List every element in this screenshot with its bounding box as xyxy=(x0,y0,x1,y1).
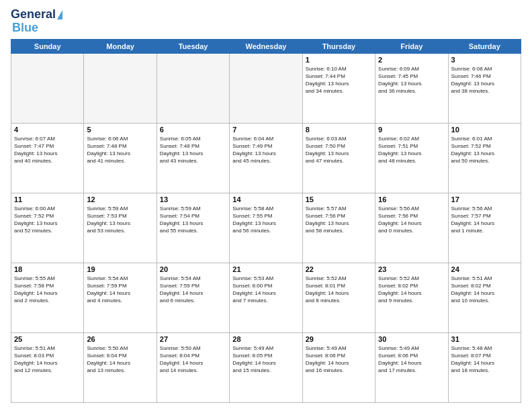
calendar-cell: 20Sunrise: 5:54 AM Sunset: 7:59 PM Dayli… xyxy=(157,263,229,332)
calendar-cell: 16Sunrise: 5:56 AM Sunset: 7:56 PM Dayli… xyxy=(375,193,448,263)
calendar-cell: 24Sunrise: 5:51 AM Sunset: 8:02 PM Dayli… xyxy=(448,263,521,332)
calendar-cell: 1Sunrise: 6:10 AM Sunset: 7:44 PM Daylig… xyxy=(302,53,375,123)
calendar-cell: 17Sunrise: 5:56 AM Sunset: 7:57 PM Dayli… xyxy=(448,193,521,263)
cell-info: Sunrise: 5:59 AM Sunset: 7:53 PM Dayligh… xyxy=(87,205,153,235)
day-number: 27 xyxy=(160,335,226,343)
day-number: 5 xyxy=(87,126,153,134)
calendar-cell: 3Sunrise: 6:08 AM Sunset: 7:46 PM Daylig… xyxy=(448,53,521,123)
day-number: 29 xyxy=(306,335,372,343)
day-number: 13 xyxy=(160,195,226,203)
cell-info: Sunrise: 5:49 AM Sunset: 8:06 PM Dayligh… xyxy=(378,345,445,375)
cell-info: Sunrise: 6:10 AM Sunset: 7:44 PM Dayligh… xyxy=(306,65,372,95)
day-header-monday: Monday xyxy=(84,39,157,53)
cell-info: Sunrise: 6:08 AM Sunset: 7:46 PM Dayligh… xyxy=(451,65,518,95)
calendar-header-row: SundayMondayTuesdayWednesdayThursdayFrid… xyxy=(11,39,521,53)
cell-info: Sunrise: 5:51 AM Sunset: 8:02 PM Dayligh… xyxy=(451,275,518,305)
day-number: 31 xyxy=(451,335,518,343)
day-number: 10 xyxy=(451,126,518,134)
cell-info: Sunrise: 6:02 AM Sunset: 7:51 PM Dayligh… xyxy=(378,135,445,165)
cell-info: Sunrise: 5:49 AM Sunset: 8:06 PM Dayligh… xyxy=(306,345,372,375)
calendar-cell: 21Sunrise: 5:53 AM Sunset: 8:00 PM Dayli… xyxy=(230,263,302,332)
day-number: 22 xyxy=(306,265,372,273)
cell-info: Sunrise: 5:53 AM Sunset: 8:00 PM Dayligh… xyxy=(232,275,299,305)
calendar-cell: 30Sunrise: 5:49 AM Sunset: 8:06 PM Dayli… xyxy=(375,332,448,402)
calendar-cell: 28Sunrise: 5:49 AM Sunset: 8:05 PM Dayli… xyxy=(230,332,302,402)
calendar-cell: 10Sunrise: 6:01 AM Sunset: 7:52 PM Dayli… xyxy=(448,123,521,193)
calendar-cell: 25Sunrise: 5:51 AM Sunset: 8:03 PM Dayli… xyxy=(11,332,84,402)
logo-text: General xyxy=(11,8,56,21)
header: General Blue xyxy=(11,8,521,35)
cell-info: Sunrise: 6:00 AM Sunset: 7:52 PM Dayligh… xyxy=(14,205,81,235)
calendar-cell xyxy=(84,53,157,123)
calendar-cell: 4Sunrise: 6:07 AM Sunset: 7:47 PM Daylig… xyxy=(11,123,84,193)
calendar-cell: 27Sunrise: 5:50 AM Sunset: 8:04 PM Dayli… xyxy=(157,332,229,402)
day-number: 21 xyxy=(232,265,299,273)
calendar-cell xyxy=(11,53,84,123)
day-number: 25 xyxy=(14,335,81,343)
cell-info: Sunrise: 5:50 AM Sunset: 8:04 PM Dayligh… xyxy=(160,345,226,375)
calendar-cell: 29Sunrise: 5:49 AM Sunset: 8:06 PM Dayli… xyxy=(302,332,375,402)
calendar-week-2: 4Sunrise: 6:07 AM Sunset: 7:47 PM Daylig… xyxy=(11,123,521,193)
logo-blue: Blue xyxy=(12,21,38,35)
logo: General Blue xyxy=(11,8,62,35)
calendar-cell: 2Sunrise: 6:09 AM Sunset: 7:45 PM Daylig… xyxy=(375,53,448,123)
day-number: 30 xyxy=(378,335,445,343)
calendar-week-4: 18Sunrise: 5:55 AM Sunset: 7:58 PM Dayli… xyxy=(11,263,521,332)
cell-info: Sunrise: 5:50 AM Sunset: 8:04 PM Dayligh… xyxy=(87,345,153,375)
day-header-sunday: Sunday xyxy=(11,39,84,53)
day-number: 18 xyxy=(14,265,81,273)
calendar-cell: 19Sunrise: 5:54 AM Sunset: 7:59 PM Dayli… xyxy=(84,263,157,332)
day-number: 3 xyxy=(451,56,518,64)
day-number: 15 xyxy=(306,195,372,203)
day-number: 7 xyxy=(232,126,299,134)
day-number: 19 xyxy=(87,265,153,273)
cell-info: Sunrise: 5:56 AM Sunset: 7:56 PM Dayligh… xyxy=(378,205,445,235)
cell-info: Sunrise: 5:59 AM Sunset: 7:54 PM Dayligh… xyxy=(160,205,226,235)
cell-info: Sunrise: 6:05 AM Sunset: 7:48 PM Dayligh… xyxy=(160,135,226,165)
day-number: 4 xyxy=(14,126,81,134)
day-number: 26 xyxy=(87,335,153,343)
day-number: 2 xyxy=(378,56,445,64)
day-number: 17 xyxy=(451,195,518,203)
cell-info: Sunrise: 5:55 AM Sunset: 7:58 PM Dayligh… xyxy=(14,275,81,305)
day-header-wednesday: Wednesday xyxy=(230,39,302,53)
day-header-saturday: Saturday xyxy=(448,39,521,53)
cell-info: Sunrise: 5:54 AM Sunset: 7:59 PM Dayligh… xyxy=(160,275,226,305)
cell-info: Sunrise: 5:48 AM Sunset: 8:07 PM Dayligh… xyxy=(451,345,518,375)
page: General Blue SundayMondayTuesdayWednesda… xyxy=(0,0,532,411)
calendar-cell: 9Sunrise: 6:02 AM Sunset: 7:51 PM Daylig… xyxy=(375,123,448,193)
day-number: 6 xyxy=(160,126,226,134)
calendar-cell: 22Sunrise: 5:52 AM Sunset: 8:01 PM Dayli… xyxy=(302,263,375,332)
cell-info: Sunrise: 5:49 AM Sunset: 8:05 PM Dayligh… xyxy=(232,345,299,375)
day-number: 28 xyxy=(232,335,299,343)
calendar-cell: 26Sunrise: 5:50 AM Sunset: 8:04 PM Dayli… xyxy=(84,332,157,402)
calendar-cell: 5Sunrise: 6:06 AM Sunset: 7:48 PM Daylig… xyxy=(84,123,157,193)
cell-info: Sunrise: 5:54 AM Sunset: 7:59 PM Dayligh… xyxy=(87,275,153,305)
cell-info: Sunrise: 5:52 AM Sunset: 8:02 PM Dayligh… xyxy=(378,275,445,305)
calendar-cell: 8Sunrise: 6:03 AM Sunset: 7:50 PM Daylig… xyxy=(302,123,375,193)
cell-info: Sunrise: 6:04 AM Sunset: 7:49 PM Dayligh… xyxy=(232,135,299,165)
cell-info: Sunrise: 6:09 AM Sunset: 7:45 PM Dayligh… xyxy=(378,65,445,95)
calendar-table: SundayMondayTuesdayWednesdayThursdayFrid… xyxy=(11,39,521,403)
day-header-tuesday: Tuesday xyxy=(157,39,229,53)
calendar-week-1: 1Sunrise: 6:10 AM Sunset: 7:44 PM Daylig… xyxy=(11,53,521,123)
calendar-cell: 13Sunrise: 5:59 AM Sunset: 7:54 PM Dayli… xyxy=(157,193,229,263)
day-number: 12 xyxy=(87,195,153,203)
calendar-cell: 18Sunrise: 5:55 AM Sunset: 7:58 PM Dayli… xyxy=(11,263,84,332)
calendar-week-5: 25Sunrise: 5:51 AM Sunset: 8:03 PM Dayli… xyxy=(11,332,521,402)
day-number: 24 xyxy=(451,265,518,273)
cell-info: Sunrise: 5:58 AM Sunset: 7:55 PM Dayligh… xyxy=(232,205,299,235)
calendar-cell: 11Sunrise: 6:00 AM Sunset: 7:52 PM Dayli… xyxy=(11,193,84,263)
day-number: 23 xyxy=(378,265,445,273)
day-number: 20 xyxy=(160,265,226,273)
calendar-cell: 23Sunrise: 5:52 AM Sunset: 8:02 PM Dayli… xyxy=(375,263,448,332)
cell-info: Sunrise: 5:57 AM Sunset: 7:56 PM Dayligh… xyxy=(306,205,372,235)
calendar-cell: 31Sunrise: 5:48 AM Sunset: 8:07 PM Dayli… xyxy=(448,332,521,402)
logo-triangle-icon xyxy=(57,10,62,19)
day-header-friday: Friday xyxy=(375,39,448,53)
calendar-cell: 14Sunrise: 5:58 AM Sunset: 7:55 PM Dayli… xyxy=(230,193,302,263)
day-number: 1 xyxy=(306,56,372,64)
calendar-cell: 12Sunrise: 5:59 AM Sunset: 7:53 PM Dayli… xyxy=(84,193,157,263)
calendar-cell: 7Sunrise: 6:04 AM Sunset: 7:49 PM Daylig… xyxy=(230,123,302,193)
cell-info: Sunrise: 6:01 AM Sunset: 7:52 PM Dayligh… xyxy=(451,135,518,165)
